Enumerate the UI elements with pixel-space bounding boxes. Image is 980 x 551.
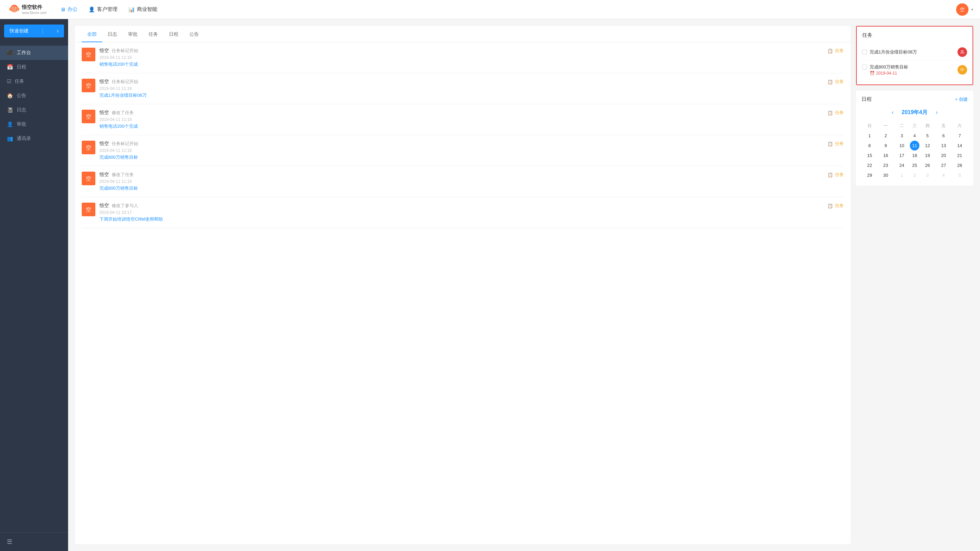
calendar-day[interactable]: 24 — [894, 161, 910, 170]
calendar-day[interactable]: 16 — [878, 151, 894, 161]
cal-header-wed: 三 — [910, 121, 920, 131]
notice-icon: 🏠 — [7, 92, 13, 99]
nav-item-bi[interactable]: 📊 商业智能 — [128, 6, 158, 13]
feed-link-1[interactable]: 销售电话200个完成 — [99, 61, 823, 67]
calendar-day[interactable]: 4 — [910, 131, 920, 141]
sidebar-item-task[interactable]: ☑ 任务 — [0, 74, 68, 89]
calendar-day[interactable]: 6 — [935, 131, 951, 141]
feed-item: 空 悟空 修改了参与人 2019-04-11 10:17 下周开始培训悟空CRM… — [82, 197, 844, 228]
feed-type-label-5: 任务 — [835, 172, 844, 178]
calendar-day[interactable]: 25 — [910, 161, 920, 170]
calendar-next-button[interactable]: › — [933, 108, 940, 117]
calendar-day[interactable]: 26 — [920, 161, 935, 170]
feed-header-4: 悟空 任务标记开始 — [99, 141, 823, 147]
calendar-day[interactable]: 20 — [935, 151, 951, 161]
sidebar-item-notice[interactable]: 🏠 公告 — [0, 89, 68, 103]
task-badge-icon-1: 📋 — [827, 48, 833, 54]
svg-point-8 — [13, 8, 14, 8]
logo-text: 悟空软件 www.5kcrm.com — [22, 4, 47, 15]
nav-item-office[interactable]: 🖥 办公 — [60, 6, 78, 13]
calendar-day[interactable]: 3 — [920, 170, 935, 180]
calendar-day[interactable]: 17 — [894, 151, 910, 161]
sidebar-item-contacts[interactable]: 👥 通讯录 — [0, 131, 68, 146]
task-name-2: 完成800万销售目标 — [870, 64, 958, 70]
feed-avatar-5: 空 — [82, 172, 95, 185]
calendar-day[interactable]: 29 — [862, 170, 878, 180]
user-dropdown-arrow[interactable]: ▾ — [971, 7, 973, 12]
calendar-day[interactable]: 21 — [952, 151, 968, 161]
calendar-prev-button[interactable]: ‹ — [889, 108, 896, 117]
calendar-day[interactable]: 15 — [862, 151, 878, 161]
sidebar-item-workbench[interactable]: ⬛ 工作台 — [0, 46, 68, 60]
btn-arrow-icon: › — [57, 28, 59, 34]
feed-content-5: 悟空 修改了任务 2019-04-11 11:19 完成800万销售目标 — [99, 172, 823, 191]
feed-header-5: 悟空 修改了任务 — [99, 172, 823, 178]
calendar-day[interactable]: 9 — [878, 141, 894, 151]
task-list-item-2: 完成800万销售目标 ⏰ 2019-04-11 中 — [862, 61, 967, 79]
task-date-2: ⏰ 2019-04-11 — [870, 71, 958, 76]
feed-item: 空 悟空 任务标记开始 2019-04-11 11:19 销售电话200个完成 … — [82, 42, 844, 73]
bi-icon: 📊 — [128, 6, 135, 13]
tab-diary[interactable]: 日志 — [102, 26, 123, 42]
calendar-day[interactable]: 28 — [952, 161, 968, 170]
calendar-day[interactable]: 1 — [894, 170, 910, 180]
calendar-day[interactable]: 1 — [862, 131, 878, 141]
feed-content-1: 悟空 任务标记开始 2019-04-11 11:19 销售电话200个完成 — [99, 48, 823, 67]
calendar-day[interactable]: 8 — [862, 141, 878, 151]
feed-avatar-4: 空 — [82, 141, 95, 154]
calendar-day[interactable]: 3 — [894, 131, 910, 141]
calendar-day[interactable]: 13 — [935, 141, 951, 151]
sidebar-collapse-button[interactable]: ☰ — [0, 532, 68, 551]
calendar-day[interactable]: 5 — [952, 170, 968, 180]
feed-link-4[interactable]: 完成800万销售目标 — [99, 154, 823, 161]
create-schedule-button[interactable]: + 创建 — [955, 96, 968, 102]
sidebar-item-approval[interactable]: 👤 审批 — [0, 117, 68, 131]
task-left-2: 完成800万销售目标 ⏰ 2019-04-11 — [862, 64, 958, 76]
nav-item-customer[interactable]: 👤 客户管理 — [89, 6, 118, 13]
sidebar-label-approval: 审批 — [17, 121, 26, 127]
logo-area: 悟空软件 www.5kcrm.com — [7, 2, 47, 17]
calendar-day[interactable]: 7 — [952, 131, 968, 141]
feed-content-6: 悟空 修改了参与人 2019-04-11 10:17 下周开始培训悟空CRM使用… — [99, 202, 823, 222]
task-name-1: 完成1月份业绩目标08万 — [870, 49, 958, 55]
tab-notice[interactable]: 公告 — [184, 26, 204, 42]
feed-link-6[interactable]: 下周开始培训悟空CRM使用帮助 — [99, 216, 823, 222]
office-icon: 🖥 — [60, 6, 65, 12]
top-navigation: 悟空软件 www.5kcrm.com 🖥 办公 👤 客户管理 📊 商业智能 空 … — [0, 0, 980, 19]
tab-all[interactable]: 全部 — [82, 26, 102, 42]
calendar-day[interactable]: 10 — [894, 141, 910, 151]
calendar-day[interactable]: 27 — [935, 161, 951, 170]
feed-avatar-3: 空 — [82, 110, 95, 123]
calendar-day[interactable]: 2 — [910, 170, 920, 180]
feed-link-5[interactable]: 完成800万销售目标 — [99, 185, 823, 191]
feed-link-2[interactable]: 完成1月份业绩目标08万 — [99, 92, 823, 99]
calendar-day[interactable]: 18 — [910, 151, 920, 161]
calendar-day[interactable]: 4 — [935, 170, 951, 180]
schedule-icon: 📅 — [7, 64, 13, 70]
calendar-day[interactable]: 12 — [920, 141, 935, 151]
tab-schedule[interactable]: 日程 — [164, 26, 184, 42]
sidebar-label-contacts: 通讯录 — [17, 135, 31, 142]
calendar-day[interactable]: 30 — [878, 170, 894, 180]
calendar-day[interactable]: 5 — [920, 131, 935, 141]
sidebar-item-schedule[interactable]: 📅 日程 — [0, 60, 68, 74]
svg-text:空: 空 — [86, 83, 91, 89]
feed-time-3: 2019-04-11 11:19 — [99, 117, 823, 122]
calendar-day[interactable]: 23 — [878, 161, 894, 170]
calendar-day[interactable]: 11 — [910, 141, 920, 151]
calendar-day[interactable]: 2 — [878, 131, 894, 141]
feed-link-3[interactable]: 销售电话200个完成 — [99, 123, 823, 129]
task-info-2: 完成800万销售目标 ⏰ 2019-04-11 — [870, 64, 958, 76]
task-checkbox-1[interactable] — [862, 50, 867, 54]
feed-header-2: 悟空 任务标记开始 — [99, 79, 823, 85]
calendar-day[interactable]: 22 — [862, 161, 878, 170]
quick-create-button[interactable]: 快速创建 › — [4, 24, 64, 37]
tab-task[interactable]: 任务 — [143, 26, 164, 42]
user-avatar[interactable]: 空 — [956, 3, 969, 16]
task-checkbox-2[interactable] — [862, 65, 867, 70]
sidebar-label-notice: 公告 — [17, 92, 26, 99]
sidebar-item-diary[interactable]: 📓 日志 — [0, 103, 68, 117]
tab-approval[interactable]: 审批 — [123, 26, 143, 42]
calendar-day[interactable]: 19 — [920, 151, 935, 161]
calendar-day[interactable]: 14 — [952, 141, 968, 151]
